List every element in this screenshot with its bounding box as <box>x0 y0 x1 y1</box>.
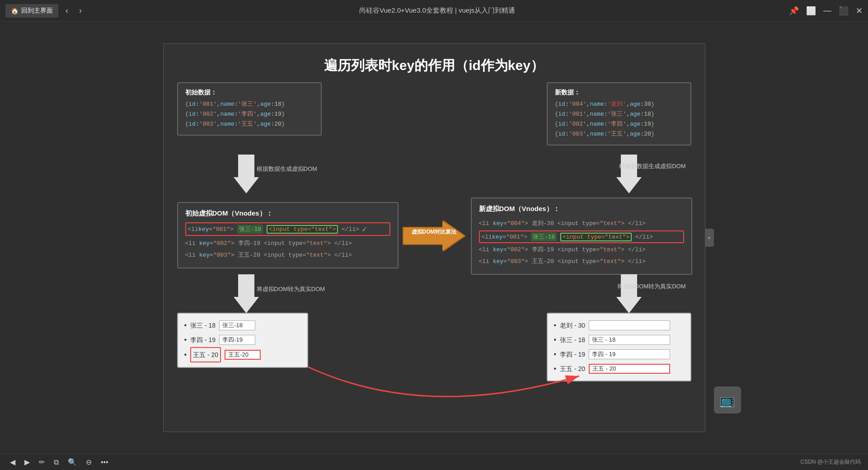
real-dom-left-row-2: • 李四 - 19 <box>184 333 301 347</box>
edit-button[interactable]: ✏ <box>36 457 47 467</box>
initial-data-line-3: {id:'003',name:'王五',age:20} <box>185 119 314 129</box>
bottom-bar: ◀ ▶ ✏ ⧉ 🔍 ⊖ ••• CSDN @小王超会敲代码 <box>0 454 868 470</box>
bottom-controls: ◀ ▶ ✏ ⧉ 🔍 ⊖ ••• <box>7 457 111 467</box>
real-dom-left-input-2[interactable] <box>219 335 255 345</box>
compare-arrow-svg <box>403 220 466 252</box>
initial-data-line-1: {id:'001',name:'张三',age:18} <box>185 99 314 109</box>
bullet-3: • <box>184 348 187 362</box>
arrow-label-right: 根据新数据生成虚拟DOM <box>619 162 685 170</box>
bullet-2: • <box>184 333 187 347</box>
real-dom-right-input-1[interactable] <box>589 320 670 330</box>
vnode-left-row1-input: <input type="text"> <box>267 225 338 234</box>
right-handle[interactable]: › <box>705 229 714 247</box>
real-dom-right-row-3: • 李四 - 19 <box>554 347 684 362</box>
titlebar-left: 🏠 回到主界面 ‹ › <box>5 4 85 18</box>
vnode-left-row1-prefix: <li <box>188 226 198 233</box>
real-dom-right-text-2: 张三 - 18 <box>560 334 585 346</box>
new-data-line-4: {id:'003',name:'王五',age:20} <box>555 129 683 139</box>
arrow-label-left-bottom: 将虚拟DOM转为真实DOM <box>257 285 325 293</box>
csdn-label: CSDN @小王超会敲代码 <box>800 458 861 466</box>
close-icon[interactable]: ✕ <box>856 6 863 16</box>
real-dom-right-text-4: 王五 - 20 <box>560 362 585 375</box>
zoom-in-button[interactable]: 🔍 <box>65 457 80 467</box>
slide: 遍历列表时key的作用（id作为key） 初始数据： {id:'001',nam… <box>163 43 705 432</box>
new-data-title: 新数据： <box>555 89 683 97</box>
new-data-box: 新数据： {id:'004',name:'老刘',age:30} {id:'00… <box>547 82 691 146</box>
real-dom-left-input-1[interactable] <box>219 320 255 330</box>
tv-icon[interactable]: 📺 <box>714 386 741 414</box>
real-dom-left-input-3[interactable] <box>225 350 261 360</box>
pin-icon[interactable]: 📌 <box>789 6 799 16</box>
real-dom-right-text-1: 老刘 - 30 <box>560 319 585 332</box>
real-dom-left-row-1: • 张三 - 18 <box>184 318 301 333</box>
svg-marker-1 <box>404 221 464 251</box>
arrow-down-right <box>616 155 642 193</box>
vnode-right-box: 新虚拟DOM（Vnodes）： <li key="004"> 老刘-30 <in… <box>471 197 692 275</box>
nav-back-button[interactable]: ‹ <box>62 4 72 17</box>
nav-forward-button[interactable]: › <box>75 4 85 17</box>
more-button[interactable]: ••• <box>98 457 111 467</box>
vnode-right-row-3: <li key="002"> 李四-19 <input type="text">… <box>479 244 684 256</box>
real-dom-right-text-3: 李四 - 19 <box>560 348 585 361</box>
compare-label: 虚拟DOM对比算法 <box>405 228 464 236</box>
home-label: 回到主界面 <box>21 7 53 15</box>
real-dom-right-input-3[interactable] <box>589 349 670 359</box>
new-data-line-2: {id:'001',name:'张三',age:18} <box>555 109 683 119</box>
real-dom-right-row-4: • 王五 - 20 <box>554 362 684 376</box>
vnode-right-row-4: <li key="003"> 王五-20 <input type="text">… <box>479 256 684 268</box>
real-dom-right-input-4[interactable] <box>589 364 670 374</box>
vnode-right-row-1: <li key="004"> 老刘-30 <input type="text">… <box>479 218 684 230</box>
minimize-icon[interactable]: — <box>823 6 831 15</box>
vnode-left-box: 初始虚拟DOM（Vnodes）： <li key= "001" > 张三-18 … <box>177 202 399 268</box>
main-content: 遍历列表时key的作用（id作为key） 初始数据： {id:'001',nam… <box>0 22 868 454</box>
maximize-icon[interactable]: ⬛ <box>839 6 849 16</box>
next-slide-button[interactable]: ▶ <box>22 457 33 467</box>
vnode-right-row-2-highlighted: <li key= "001" > 张三-18 <input type="text… <box>479 230 684 243</box>
vnode-right-title: 新虚拟DOM（Vnodes）： <box>479 205 684 213</box>
vnode-left-row-3: <li key="003"> 王五-20 <input type="text">… <box>185 249 390 261</box>
bullet-1: • <box>184 318 187 333</box>
checkmark-icon: ✓ <box>362 224 367 234</box>
real-dom-right-input-2[interactable] <box>589 335 670 345</box>
copy-button[interactable]: ⧉ <box>51 457 61 467</box>
vnode-left-title: 初始虚拟DOM（Vnodes）： <box>185 209 390 218</box>
initial-data-box: 初始数据： {id:'001',name:'张三',age:18} {id:'0… <box>177 82 322 136</box>
vnode-left-row-1-highlighted: <li key= "001" > 张三-18 <input type="text… <box>185 222 390 236</box>
fullscreen-icon[interactable]: ⬜ <box>806 6 816 16</box>
arrow-label-left: 根据数据生成虚拟DOM <box>257 165 317 173</box>
new-data-line-1: {id:'004',name:'老刘',age:30} <box>555 99 683 109</box>
home-button[interactable]: 🏠 回到主界面 <box>5 4 58 18</box>
arrow-down-left <box>234 155 259 193</box>
vnode-left-row-2: <li key="002"> 李四-19 <input type="text">… <box>185 238 390 249</box>
slide-title: 遍历列表时key的作用（id作为key） <box>324 56 544 75</box>
home-icon: 🏠 <box>11 7 19 14</box>
arrow-down-left-bottom <box>234 274 259 313</box>
arrow-down-right-bottom <box>616 274 642 313</box>
compare-arrow-wrapper: 虚拟DOM对比算法 <box>403 220 466 254</box>
vnode-left-row1-keyval: "001" <box>212 226 230 233</box>
vnode-left-row1-name: 张三-18 <box>237 225 263 234</box>
titlebar-title: 尚硅谷Vue2.0+Vue3.0全套教程 | vuejs从入门到精通 <box>359 6 515 15</box>
real-dom-right-row-1: • 老刘 - 30 <box>554 318 684 333</box>
real-dom-left-text-2: 李四 - 19 <box>190 334 216 346</box>
zoom-out-button[interactable]: ⊖ <box>83 457 94 467</box>
real-dom-right-row-2: • 张三 - 18 <box>554 333 684 347</box>
titlebar-controls: 📌 ⬜ — ⬛ ✕ <box>789 6 863 16</box>
vnode-left-row1-key: key= <box>198 226 212 233</box>
new-data-line-3: {id:'002',name:'李四',age:19} <box>555 119 683 129</box>
titlebar: 🏠 回到主界面 ‹ › 尚硅谷Vue2.0+Vue3.0全套教程 | vuejs… <box>0 0 868 22</box>
initial-data-title: 初始数据： <box>185 89 314 97</box>
real-dom-left-text-3-highlighted: 王五 - 20 <box>190 347 221 362</box>
real-dom-left-row-3: • 王五 - 20 <box>184 347 301 362</box>
arrow-label-right-bottom: 将虚拟DOM转为真实DOM <box>617 282 686 291</box>
initial-data-line-2: {id:'002',name:'李四',age:19} <box>185 109 314 119</box>
real-dom-left-box: • 张三 - 18 • 李四 - 19 • 王五 - 20 <box>177 313 308 368</box>
real-dom-right-box: • 老刘 - 30 • 张三 - 18 • 李四 - 19 • 王五 - 20 <box>547 313 691 381</box>
real-dom-left-text-1: 张三 - 18 <box>190 319 216 332</box>
prev-slide-button[interactable]: ◀ <box>7 457 18 467</box>
